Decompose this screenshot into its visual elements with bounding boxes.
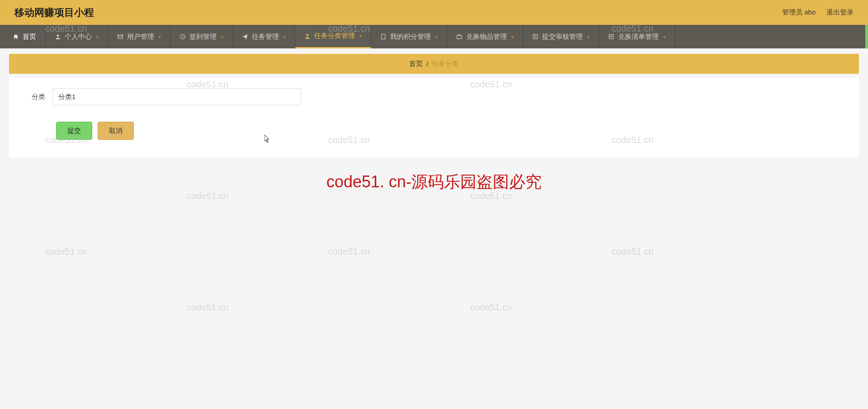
watermark-small: code51.cn — [470, 302, 512, 313]
category-input[interactable] — [52, 88, 301, 105]
button-row: 提交 取消 — [56, 122, 839, 140]
chevron-down-icon: ▾ — [511, 34, 514, 39]
category-label: 分类 — [29, 93, 45, 101]
nav-label: 兑换物品管理 — [466, 33, 507, 41]
list-icon — [532, 33, 538, 40]
chevron-down-icon: ▾ — [663, 34, 665, 39]
svg-point-3 — [307, 34, 309, 36]
breadcrumb-current: 任务分类 — [432, 60, 459, 68]
user-icon — [304, 33, 311, 39]
svg-point-0 — [57, 34, 59, 37]
breadcrumb-sep: / — [426, 60, 428, 68]
topbar-right: 管理员 abo 退出登录 — [782, 8, 854, 17]
nav-item-submit-review-manage[interactable]: 提交审核管理▾ — [523, 25, 599, 48]
nav-label: 提交审核管理 — [542, 33, 583, 41]
bookmark-icon — [380, 33, 387, 40]
nav-item-exchange-list-manage[interactable]: 兑换清单管理▾ — [599, 25, 675, 48]
watermark-small: code51.cn — [45, 247, 87, 257]
top-bar: 移动网赚项目小程 管理员 abo 退出登录 — [0, 0, 868, 25]
form-area: 分类 提交 取消 — [9, 77, 859, 158]
nav-item-user-manage[interactable]: 用户管理▾ — [108, 25, 170, 48]
watermark-small: code51.cn — [187, 302, 228, 313]
nav-item-personal-center[interactable]: 个人中心▾ — [46, 25, 108, 48]
chevron-down-icon: ▾ — [159, 34, 161, 39]
breadcrumb: 首页 / 任务分类 — [9, 54, 859, 74]
nav-label: 任务分类管理 — [314, 32, 355, 40]
admin-label[interactable]: 管理员 abo — [782, 8, 816, 17]
watermark-small: code51.cn — [328, 247, 370, 257]
form-row-category: 分类 — [29, 88, 839, 105]
watermark-small: code51.cn — [470, 191, 512, 201]
chevron-down-icon: ▾ — [587, 34, 590, 39]
nav-item-my-points-manage[interactable]: 我的积分管理▾ — [371, 25, 447, 48]
nav-item-task-category-manage[interactable]: 任务分类管理▾ — [295, 25, 371, 48]
chevron-down-icon: ▾ — [96, 34, 99, 39]
mail-icon — [117, 33, 123, 40]
nav-item-checkin-manage[interactable]: 签到管理▾ — [170, 25, 233, 48]
send-icon — [242, 33, 248, 40]
watermark-small: code51.cn — [612, 247, 653, 257]
submit-button[interactable]: 提交 — [56, 122, 92, 140]
nav-item-task-manage[interactable]: 任务管理▾ — [233, 25, 295, 48]
nav-label: 个人中心 — [65, 33, 92, 41]
chevron-down-icon: ▾ — [221, 34, 223, 39]
svg-rect-4 — [382, 34, 385, 39]
nav-label: 用户管理 — [127, 33, 154, 41]
watermark-small: code51.cn — [187, 191, 228, 201]
nav-label: 任务管理 — [252, 33, 279, 41]
clock-icon — [179, 33, 186, 40]
nav-label: 我的积分管理 — [390, 33, 431, 41]
watermark-center: code51. cn-源码乐园盗图必究 — [326, 171, 542, 193]
logout-link[interactable]: 退出登录 — [826, 8, 854, 17]
briefcase-icon — [456, 33, 462, 40]
user-icon — [55, 33, 61, 40]
breadcrumb-home[interactable]: 首页 — [409, 60, 423, 68]
home-icon — [13, 33, 19, 40]
svg-rect-5 — [457, 36, 462, 39]
nav-label: 首页 — [23, 33, 36, 41]
list-icon — [608, 33, 614, 40]
nav-item-exchange-goods-manage[interactable]: 兑换物品管理▾ — [447, 25, 523, 48]
nav-item-home[interactable]: 首页 — [4, 25, 46, 48]
chevron-down-icon: ▾ — [359, 33, 362, 38]
content: 首页 / 任务分类 分类 提交 取消 — [0, 48, 868, 163]
chevron-down-icon: ▾ — [283, 34, 286, 39]
nav-bar: 首页个人中心▾用户管理▾签到管理▾任务管理▾任务分类管理▾我的积分管理▾兑换物品… — [0, 25, 868, 48]
nav-label: 签到管理 — [189, 33, 217, 41]
chevron-down-icon: ▾ — [435, 34, 438, 39]
nav-label: 兑换清单管理 — [618, 33, 659, 41]
app-title: 移动网赚项目小程 — [14, 6, 94, 19]
cancel-button[interactable]: 取消 — [98, 122, 134, 140]
